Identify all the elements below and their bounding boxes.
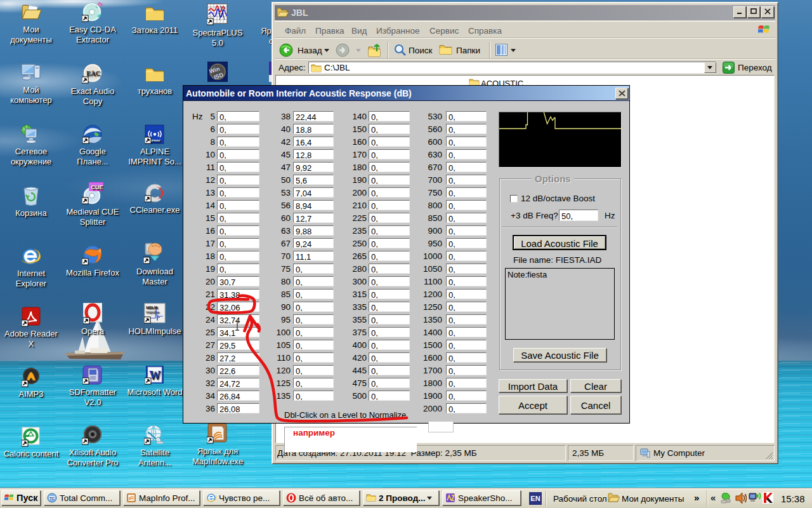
svg-text:HOLM: HOLM [146,305,157,309]
svg-text:impulse: impulse [146,310,159,314]
svg-text:CUE: CUE [91,184,103,190]
svg-text:EAC: EAC [86,69,100,77]
svg-text:TC: TC [49,497,55,500]
